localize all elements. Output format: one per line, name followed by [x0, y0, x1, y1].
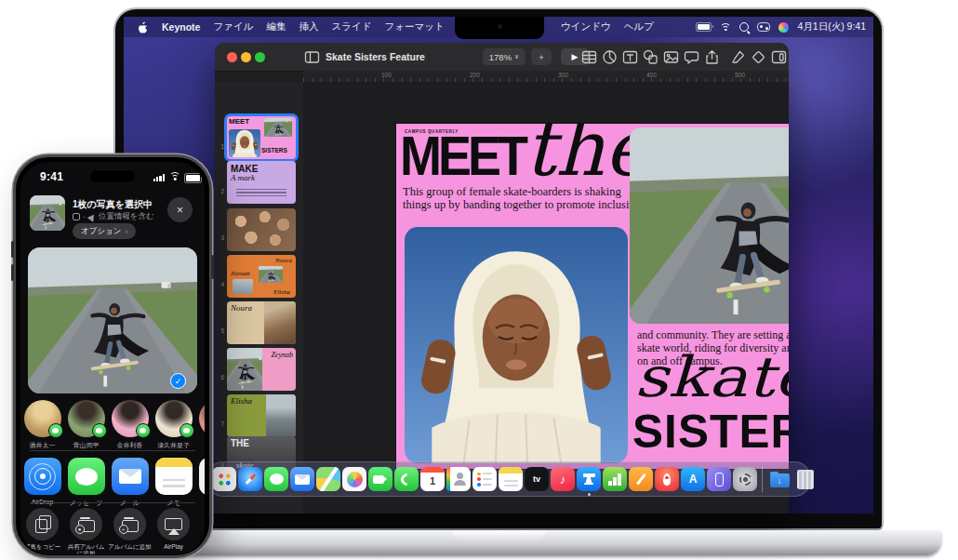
- volume-down-button: [11, 264, 14, 281]
- slide-thumbnail-6[interactable]: Zeynab: [227, 348, 296, 391]
- messages-app[interactable]: メッセージ: [64, 458, 108, 508]
- slide-canvas: CAMPUS QUARTERLY MEET the This group of …: [303, 82, 789, 513]
- slide-thumbnail-1[interactable]: MEET SISTERS: [227, 116, 296, 159]
- zoom-level-dropdown[interactable]: 178%∨: [483, 48, 526, 65]
- add-to-album-action[interactable]: + アルバムに追加: [108, 508, 152, 554]
- add-album-icon: +: [113, 508, 146, 540]
- dock-appletv-icon[interactable]: tv: [525, 467, 549, 491]
- dock-messages-icon[interactable]: [264, 467, 288, 491]
- ruler-tick: 200: [470, 72, 480, 78]
- slide-thumbnail-3[interactable]: [227, 208, 296, 251]
- siri-icon[interactable]: [778, 22, 789, 33]
- menubar-datetime[interactable]: 4月1日(火) 9:41: [797, 20, 866, 33]
- notes-app[interactable]: メモ: [152, 458, 195, 508]
- selected-photo[interactable]: [28, 247, 197, 393]
- keynote-window: Skate Sisters Feature 178%∨ + ▶: [215, 43, 789, 513]
- ruler-tick: 500: [735, 72, 745, 78]
- dock-photos-icon[interactable]: [342, 467, 366, 491]
- scene: Keynote ファイル 編集 挿入 スライド フォーマット 配置 表示 再生 …: [0, 0, 958, 560]
- dock-numbers-icon[interactable]: [603, 467, 627, 491]
- slide-thumbnail-5[interactable]: Noura: [227, 301, 296, 344]
- dock-launchpad-icon[interactable]: [212, 467, 236, 491]
- divider: [30, 502, 195, 503]
- window-zoom-button[interactable]: [255, 52, 265, 62]
- mail-icon: [112, 458, 149, 495]
- window-close-button[interactable]: [227, 52, 237, 62]
- menu-file[interactable]: ファイル: [213, 20, 253, 33]
- wifi-icon[interactable]: [720, 23, 731, 32]
- dock-pages-icon[interactable]: [629, 467, 653, 491]
- slide-thumbnail-7[interactable]: Elisha: [227, 394, 296, 437]
- battery-icon[interactable]: [696, 22, 712, 32]
- control-center-icon[interactable]: [757, 22, 770, 32]
- dock-notes-icon[interactable]: [499, 467, 523, 491]
- contact-item[interactable]: 金井利香: [108, 400, 152, 450]
- dock-appstore-icon[interactable]: A: [681, 467, 705, 491]
- airdrop-icon: [24, 458, 61, 495]
- dock-keynote-icon[interactable]: [577, 467, 601, 491]
- close-button[interactable]: ×: [167, 197, 193, 222]
- dock-facetime-icon[interactable]: [368, 467, 393, 491]
- text-icon[interactable]: [622, 49, 638, 65]
- window-minimize-button[interactable]: [241, 52, 251, 62]
- menu-slide[interactable]: スライド: [331, 20, 371, 33]
- format-icon[interactable]: [730, 49, 746, 65]
- dock-contacts-icon[interactable]: [446, 467, 471, 491]
- slide-thumbnail-2[interactable]: MAKE A mark: [227, 161, 296, 204]
- media-icon[interactable]: [663, 49, 679, 65]
- add-to-shared-album-action[interactable]: ● 共有アルバム に追加: [64, 508, 108, 554]
- dock-reminders-icon[interactable]: [472, 467, 497, 491]
- dock-mail-icon[interactable]: [290, 467, 314, 491]
- menu-window[interactable]: ウインドウ: [561, 20, 611, 33]
- mail-app[interactable]: メール: [108, 458, 152, 508]
- dock-safari-icon[interactable]: [238, 467, 262, 491]
- airplay-action[interactable]: AirPlay: [152, 508, 195, 554]
- avatar: [24, 400, 61, 437]
- slide-photo-skateboarder[interactable]: [630, 127, 789, 324]
- dock-downloads-icon[interactable]: ↓: [767, 467, 792, 491]
- chart-icon[interactable]: [602, 49, 618, 65]
- dock-rocket-icon[interactable]: [655, 467, 679, 491]
- keynote-toolbar: Skate Sisters Feature 178%∨ + ▶: [215, 43, 789, 72]
- dock-music-icon[interactable]: ♪: [551, 467, 575, 491]
- menu-edit[interactable]: 編集: [266, 20, 286, 33]
- dock-phone-icon[interactable]: [394, 467, 419, 491]
- add-slide-button[interactable]: +: [531, 48, 552, 65]
- messages-badge-icon: [92, 423, 107, 438]
- airdrop-app[interactable]: AirDrop: [20, 458, 64, 508]
- dock-trash-icon[interactable]: [793, 467, 818, 491]
- contact-item[interactable]: 青山周平: [64, 400, 108, 450]
- menu-help[interactable]: ヘルプ: [624, 20, 654, 33]
- document-icon[interactable]: [771, 49, 787, 65]
- menu-insert[interactable]: 挿入: [299, 20, 318, 33]
- share-icon[interactable]: [704, 49, 720, 65]
- dock-calendar-icon[interactable]: 1: [420, 467, 445, 491]
- dock-maps-icon[interactable]: [316, 467, 340, 491]
- camera-icon: [498, 24, 502, 29]
- sidebar-view-icon[interactable]: [304, 49, 320, 65]
- volume-up-button: [11, 241, 14, 258]
- options-button[interactable]: オプション ›: [73, 223, 136, 239]
- menu-format[interactable]: フォーマット: [384, 20, 444, 33]
- dock-settings-icon[interactable]: [733, 467, 757, 491]
- ruler-tick: 300: [558, 72, 568, 78]
- headline-skate: skate: [634, 349, 789, 405]
- slide-thumbnail-4[interactable]: Noura Zeynab Elisha: [227, 255, 296, 298]
- slide-number: 2: [215, 188, 224, 194]
- slide-photo-hijab[interactable]: [405, 227, 628, 463]
- comment-icon[interactable]: [684, 49, 699, 65]
- apple-logo-icon[interactable]: [139, 21, 149, 33]
- slide-1-editor[interactable]: CAMPUS QUARTERLY MEET the This group of …: [396, 124, 789, 469]
- contact-item[interactable]: 酒井太一: [20, 400, 64, 450]
- contact-item-partial[interactable]: [195, 400, 205, 450]
- spotlight-icon[interactable]: [739, 22, 749, 32]
- animate-icon[interactable]: [751, 49, 766, 65]
- menubar-app-name[interactable]: Keynote: [162, 21, 200, 33]
- slide-number: 5: [215, 327, 224, 334]
- contact-item[interactable]: 津久井夏子: [152, 400, 195, 450]
- dock-iphone-mirroring-icon[interactable]: [707, 467, 731, 491]
- airplay-icon: [157, 508, 190, 540]
- app-partial[interactable]: [195, 458, 205, 508]
- shape-icon[interactable]: [643, 49, 659, 65]
- table-icon[interactable]: [581, 49, 597, 65]
